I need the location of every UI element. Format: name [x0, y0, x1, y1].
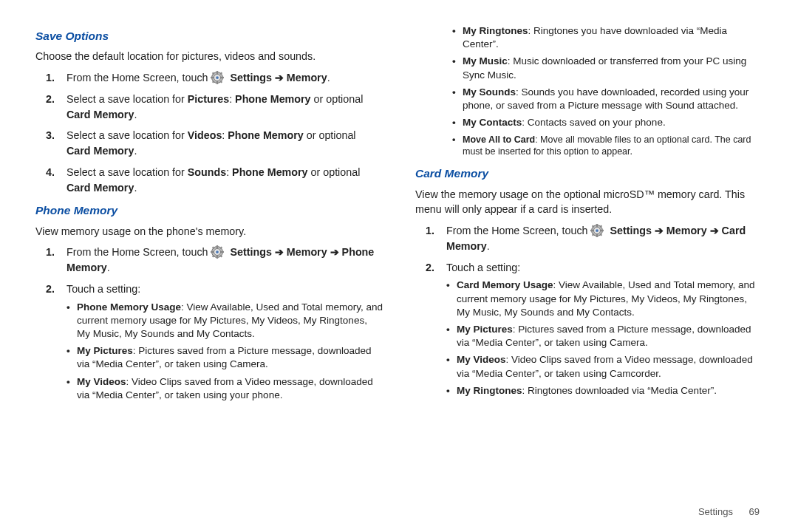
bullet-item: My Pictures: Pictures saved from a Pictu…	[446, 323, 763, 349]
bullet-item: My Pictures: Pictures saved from a Pictu…	[66, 344, 383, 371]
heading-phone-memory: Phone Memory	[35, 202, 383, 219]
bullet-item: My Ringtones: Ringtones you have downloa…	[452, 24, 763, 51]
left-column: Save Options Choose the default location…	[35, 21, 399, 517]
bullet-item: Card Memory Usage: View Available, Used …	[446, 279, 763, 319]
footer-section-label: Settings	[698, 506, 733, 517]
gear-icon	[211, 71, 224, 84]
manual-page: Save Options Choose the default location…	[0, 0, 798, 532]
bullet-item: My Ringtones: Ringtones downloaded via “…	[446, 384, 763, 398]
card-memory-intro: View the memory usage on the optional mi…	[415, 187, 763, 217]
bullet-item: Phone Memory Usage: View Available, Used…	[66, 301, 383, 341]
card-memory-bullets: Card Memory Usage: View Available, Used …	[446, 279, 763, 398]
step-2: Touch a setting: Card Memory Usage: View…	[415, 260, 763, 398]
step-2: Select a save location for Pictures: Pho…	[35, 92, 383, 122]
step-3: Select a save location for Videos: Phone…	[35, 128, 383, 158]
heading-save-options: Save Options	[35, 28, 383, 44]
step-2: Touch a setting: Phone Memory Usage: Vie…	[35, 282, 383, 402]
phone-memory-bullets-cont: My Ringtones: Ringtones you have downloa…	[452, 24, 763, 158]
save-options-intro: Choose the default location for pictures…	[35, 49, 383, 64]
bullet-item: My Videos: Video Clips saved from a Vide…	[446, 353, 763, 380]
step-4: Select a save location for Sounds: Phone…	[35, 165, 383, 195]
page-footer: Settings 69	[698, 506, 760, 517]
save-options-steps: From the Home Screen, touch Settings ➔ M…	[35, 70, 383, 195]
heading-card-memory: Card Memory	[415, 166, 763, 182]
step-1: From the Home Screen, touch Settings ➔ M…	[35, 70, 383, 86]
arrow-icon: ➔	[275, 72, 287, 83]
bullet-item: Move All to Card: Move all movable files…	[452, 134, 763, 159]
gear-icon	[590, 224, 604, 237]
bullet-item: My Contacts: Contacts saved on your phon…	[452, 116, 763, 129]
phone-memory-intro: View memory usage on the phone's memory.	[35, 224, 383, 239]
phone-memory-bullets: Phone Memory Usage: View Available, Used…	[66, 301, 383, 403]
step-1: From the Home Screen, touch Settings ➔ M…	[415, 223, 763, 253]
bullet-item: My Music: Music downloaded or transferre…	[452, 55, 763, 81]
arrow-icon: ➔	[330, 246, 342, 258]
step-1: From the Home Screen, touch Settings ➔ M…	[35, 245, 383, 275]
card-memory-steps: From the Home Screen, touch Settings ➔ M…	[415, 223, 763, 398]
phone-memory-steps: From the Home Screen, touch Settings ➔ M…	[35, 245, 383, 402]
right-column: My Ringtones: Ringtones you have downloa…	[399, 21, 763, 517]
arrow-icon: ➔	[655, 225, 666, 236]
page-number: 69	[749, 506, 760, 517]
gear-icon	[211, 245, 224, 259]
bullet-item: My Videos: Video Clips saved from a Vide…	[66, 375, 383, 402]
arrow-icon: ➔	[275, 246, 287, 258]
arrow-icon: ➔	[710, 225, 722, 236]
bullet-item: My Sounds: Sounds you have downloaded, r…	[452, 86, 763, 112]
